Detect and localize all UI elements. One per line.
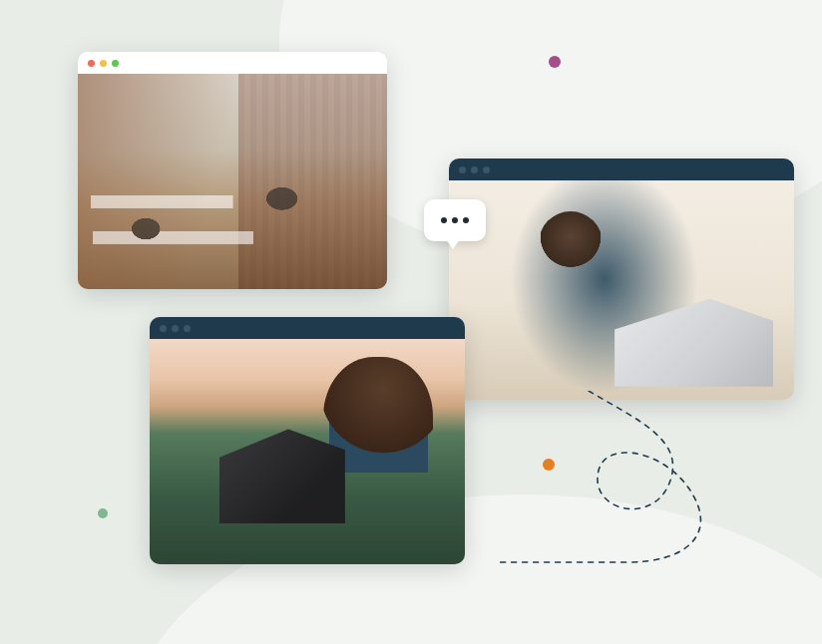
dashed-path-decoration <box>479 391 778 570</box>
typing-dot-icon <box>463 217 469 223</box>
traffic-light-minimize-icon <box>100 60 107 67</box>
decorative-dot-green <box>98 508 108 518</box>
traffic-light-zoom-icon <box>112 60 119 67</box>
photo-outdoor-laptop <box>150 339 465 564</box>
window-titlebar <box>449 159 794 180</box>
traffic-light-dot-icon <box>172 325 179 332</box>
window-titlebar <box>150 317 465 339</box>
decorative-dot-purple <box>549 56 561 68</box>
traffic-light-close-icon <box>88 60 95 67</box>
traffic-light-dot-icon <box>184 325 191 332</box>
browser-window-home-office <box>449 159 794 400</box>
traffic-light-dot-icon <box>160 325 167 332</box>
traffic-light-dot-icon <box>459 166 466 173</box>
typing-dot-icon <box>441 217 447 223</box>
window-titlebar <box>78 52 387 74</box>
typing-dot-icon <box>452 217 458 223</box>
traffic-light-dot-icon <box>483 166 490 173</box>
browser-window-office <box>78 52 387 289</box>
browser-window-outdoor <box>150 317 465 564</box>
photo-man-laptop <box>449 180 794 400</box>
photo-office <box>78 74 387 289</box>
typing-indicator-bubble <box>424 199 486 241</box>
traffic-light-dot-icon <box>471 166 478 173</box>
